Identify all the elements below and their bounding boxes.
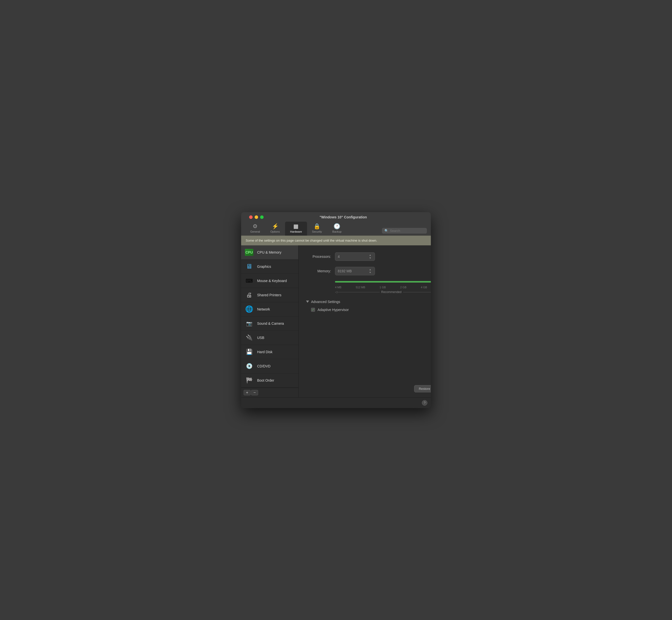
sidebar-item-usb-label: USB: [257, 336, 264, 340]
security-icon: 🔒: [314, 224, 320, 229]
advanced-toggle-arrow: [306, 301, 309, 303]
adaptive-hypervisor-checkbox[interactable]: ✓: [311, 308, 315, 312]
memory-section: Memory: 8192 MB ▲ ▼: [306, 267, 431, 294]
processors-up-arrow[interactable]: ▲: [368, 254, 372, 257]
sidebar-item-network[interactable]: 🌐 Network: [241, 302, 298, 316]
search-icon: 🔍: [384, 229, 389, 232]
advanced-settings-label: Advanced Settings: [311, 300, 340, 304]
slider-label-4gb: 4 GB: [421, 286, 427, 289]
processors-value: 4: [338, 255, 366, 259]
tab-hardware-label: Hardware: [290, 230, 302, 233]
sidebar-item-sound-camera-label: Sound & Camera: [257, 321, 284, 325]
sidebar-item-boot-order-label: Boot Order: [257, 378, 274, 382]
content-footer: Restore Defaults: [306, 382, 431, 393]
search-input-wrap: 🔍: [382, 228, 427, 234]
sidebar: CPU CPU & Memory 🖥 Graphics ⌨ Mouse & K: [241, 245, 299, 397]
warning-banner: Some of the settings on this page cannot…: [241, 236, 431, 245]
sidebar-item-graphics-label: Graphics: [257, 265, 271, 269]
slider-labels: 4 MB 512 MB 1 GB 2 GB 4 GB 8 GB: [335, 285, 431, 289]
memory-up-arrow[interactable]: ▲: [368, 268, 372, 271]
tab-hardware[interactable]: ▦ Hardware: [285, 222, 307, 236]
sidebar-item-cpu-memory-label: CPU & Memory: [257, 250, 281, 254]
graphics-icon: 🖥: [245, 262, 254, 271]
memory-slider-track[interactable]: [335, 279, 431, 284]
close-button[interactable]: [249, 215, 253, 219]
sidebar-footer: + −: [241, 388, 298, 397]
memory-stepper[interactable]: 8192 MB ▲ ▼: [335, 267, 375, 275]
tab-options-label: Options: [270, 230, 280, 233]
sidebar-item-cd-dvd-label: CD/DVD: [257, 364, 271, 368]
memory-value: 8192 MB: [338, 269, 366, 273]
sidebar-item-graphics[interactable]: 🖥 Graphics: [241, 260, 298, 274]
titlebar: "Windows 10" Configuration ⚙ General ⚡ O…: [241, 212, 431, 236]
recommended-bracket-left: ◁────────────────────: [335, 290, 380, 294]
hard-disk-icon: 💾: [245, 348, 254, 356]
remove-button[interactable]: −: [251, 390, 258, 395]
tab-general-label: General: [250, 230, 260, 233]
slider-label-2gb: 2 GB: [400, 286, 406, 289]
general-icon: ⚙: [253, 224, 258, 229]
hardware-icon: ▦: [293, 224, 299, 229]
network-icon: 🌐: [245, 305, 254, 314]
window-footer: ?: [241, 397, 431, 408]
sidebar-list: CPU CPU & Memory 🖥 Graphics ⌨ Mouse & K: [241, 245, 298, 388]
recommended-bracket-right: ────────────────────▷: [403, 290, 431, 294]
toolbar: ⚙ General ⚡ Options ▦ Hardware 🔒 Securit…: [245, 222, 427, 236]
slider-label-512mb: 512 MB: [356, 286, 365, 289]
adaptive-hypervisor-row: ✓ Adaptive Hypervisor: [311, 308, 431, 312]
printer-icon: 🖨: [245, 291, 254, 300]
restore-defaults-button[interactable]: Restore Defaults: [414, 385, 431, 393]
sidebar-item-sound-camera[interactable]: 📷 Sound & Camera: [241, 316, 298, 331]
keyboard-icon: ⌨: [245, 276, 254, 285]
minimize-button[interactable]: [255, 215, 258, 219]
warning-text: Some of the settings on this page cannot…: [246, 239, 377, 242]
sidebar-item-cd-dvd[interactable]: 💿 CD/DVD: [241, 359, 298, 373]
tab-options[interactable]: ⚡ Options: [265, 222, 285, 236]
tab-general[interactable]: ⚙ General: [245, 222, 265, 236]
sidebar-item-shared-printers-label: Shared Printers: [257, 293, 281, 297]
sidebar-item-mouse-keyboard[interactable]: ⌨ Mouse & Keyboard: [241, 274, 298, 288]
sound-camera-icon: 📷: [245, 319, 254, 328]
cpu-icon: CPU: [245, 248, 254, 257]
boot-order-icon: 🏁: [245, 376, 254, 385]
sidebar-item-hard-disk-label: Hard Disk: [257, 350, 272, 354]
sidebar-item-mouse-keyboard-label: Mouse & Keyboard: [257, 279, 287, 283]
memory-down-arrow[interactable]: ▼: [368, 271, 372, 274]
help-button[interactable]: ?: [422, 400, 427, 406]
sidebar-item-shared-printers[interactable]: 🖨 Shared Printers: [241, 288, 298, 302]
recommended-text: Recommended: [381, 290, 401, 294]
advanced-section: Advanced Settings ✓ Adaptive Hypervisor: [306, 300, 431, 312]
slider-background: [335, 281, 431, 282]
processors-down-arrow[interactable]: ▼: [368, 257, 372, 260]
sidebar-item-cpu-memory[interactable]: CPU CPU & Memory: [241, 245, 298, 260]
cd-dvd-icon: 💿: [245, 362, 254, 371]
memory-row: Memory: 8192 MB ▲ ▼: [306, 267, 431, 275]
advanced-toggle[interactable]: Advanced Settings: [306, 300, 431, 304]
memory-arrows: ▲ ▼: [368, 268, 372, 274]
slider-fill: [335, 281, 431, 282]
tab-security[interactable]: 🔒 Security: [307, 222, 327, 236]
sidebar-item-boot-order[interactable]: 🏁 Boot Order: [241, 373, 298, 388]
content-area: Processors: 4 ▲ ▼ Memory: 8192 MB ▲: [299, 245, 431, 397]
adaptive-hypervisor-label: Adaptive Hypervisor: [317, 308, 349, 312]
tab-security-label: Security: [312, 230, 322, 233]
processors-stepper[interactable]: 4 ▲ ▼: [335, 252, 375, 261]
memory-slider-container: 4 MB 512 MB 1 GB 2 GB 4 GB 8 GB ◁───────…: [335, 279, 431, 294]
processors-arrows: ▲ ▼: [368, 254, 372, 260]
tab-backup[interactable]: 🕐 Backup: [327, 222, 347, 236]
usb-icon: 🔌: [245, 333, 254, 342]
tab-backup-label: Backup: [332, 230, 342, 233]
sidebar-item-usb[interactable]: 🔌 USB: [241, 331, 298, 345]
add-button[interactable]: +: [244, 390, 251, 395]
search-bar: 🔍: [382, 228, 427, 234]
slider-recommended: ◁──────────────────── Recommended ──────…: [335, 290, 431, 294]
backup-icon: 🕐: [333, 224, 340, 229]
main-window: "Windows 10" Configuration ⚙ General ⚡ O…: [241, 212, 431, 408]
memory-label: Memory:: [306, 269, 331, 273]
search-input[interactable]: [390, 229, 424, 232]
slider-label-4mb: 4 MB: [335, 286, 342, 289]
toolbar-tabs: ⚙ General ⚡ Options ▦ Hardware 🔒 Securit…: [245, 222, 347, 236]
sidebar-item-hard-disk[interactable]: 💾 Hard Disk: [241, 345, 298, 359]
slider-label-1gb: 1 GB: [380, 286, 386, 289]
maximize-button[interactable]: [260, 215, 264, 219]
